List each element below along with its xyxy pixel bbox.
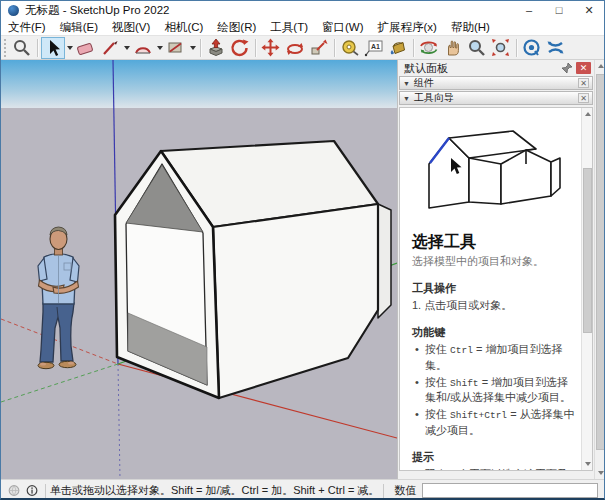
text-tool-button[interactable]: A1: [362, 37, 386, 59]
line-tool-button[interactable]: [98, 37, 122, 59]
toolbar: A1: [1, 36, 604, 60]
select-tool-button[interactable]: [41, 37, 65, 59]
scrollbar-thumb[interactable]: [583, 168, 592, 333]
toolbar-separator: [413, 39, 414, 57]
scroll-up-arrow[interactable]: [595, 60, 605, 72]
panel-close-button[interactable]: ✕: [576, 62, 591, 74]
panel-title: 默认面板: [404, 61, 448, 76]
toolbar-separator: [516, 39, 517, 57]
rectangle-icon: [166, 38, 186, 58]
app-icon: [8, 5, 19, 16]
minimize-button[interactable]: –: [514, 1, 544, 19]
scroll-down-arrow[interactable]: [582, 458, 593, 470]
status-bar: 单击或拖动以选择对象。Shift = 加/减。Ctrl = 加。Shift + …: [1, 479, 604, 500]
pencil-icon: [100, 38, 120, 58]
default-tray-panel: 默认面板 ✕ ▼ 组件 ✕ ▼ 工具向导 ✕: [397, 60, 605, 479]
paint-bucket-icon: [388, 38, 408, 58]
pan-tool-button[interactable]: [441, 37, 465, 59]
extension-warehouse-icon: [522, 38, 542, 58]
menu-extensions[interactable]: 扩展程序(x): [371, 20, 444, 35]
scroll-down-arrow[interactable]: [595, 467, 605, 479]
scale-tool-button[interactable]: [307, 37, 331, 59]
instructor-heading: 选择工具: [412, 232, 575, 253]
rotate-icon: [285, 38, 305, 58]
push-pull-tool-button[interactable]: [204, 37, 228, 59]
section-close-icon[interactable]: ✕: [578, 93, 589, 103]
svg-text:A1: A1: [371, 42, 380, 49]
push-pull-icon: [206, 38, 226, 58]
toolbar-separator: [200, 39, 201, 57]
toolbar-grip[interactable]: [4, 39, 8, 57]
menu-edit[interactable]: 编辑(E): [53, 20, 105, 35]
window-title: 无标题 - SketchUp Pro 2022: [25, 3, 514, 18]
select-tool-dropdown[interactable]: [65, 37, 74, 59]
section-components[interactable]: ▼ 组件 ✕: [399, 76, 593, 90]
menu-window[interactable]: 窗口(W): [315, 20, 371, 35]
pin-icon[interactable]: [561, 62, 573, 74]
share-model-icon: [546, 38, 566, 58]
close-button[interactable]: ✕: [574, 1, 604, 19]
operations-title: 工具操作: [412, 281, 575, 296]
menu-draw[interactable]: 绘图(R): [210, 20, 263, 35]
orbit-tool-button[interactable]: [417, 37, 441, 59]
zoom-tool-button[interactable]: [465, 37, 489, 59]
line-tool-dropdown[interactable]: [122, 37, 131, 59]
magnifier-icon: [12, 38, 32, 58]
instructor-content: 选择工具 选择模型中的项目和对象。 工具操作 1. 点击项目或对象。 功能键 按…: [400, 108, 581, 470]
measurements-input[interactable]: [422, 483, 598, 498]
toolbar-separator: [37, 39, 38, 57]
menu-file[interactable]: 文件(F): [1, 20, 53, 35]
eraser-icon: [76, 38, 96, 58]
instructor-panel: 选择工具 选择模型中的项目和对象。 工具操作 1. 点击项目或对象。 功能键 按…: [399, 107, 593, 471]
panel-scrollbar[interactable]: [594, 60, 605, 479]
menu-help[interactable]: 帮助(H): [444, 20, 497, 35]
menu-view[interactable]: 视图(V): [105, 20, 157, 35]
tips-list: 双击一个平面以选定该平面及其所有边线。 双击一条边线以选定该边线及与其共享的平面…: [412, 467, 575, 470]
status-separator: [45, 484, 46, 498]
scrollbar-thumb[interactable]: [596, 74, 605, 450]
section-instructor[interactable]: ▼ 工具向导 ✕: [399, 91, 593, 105]
instructor-subtitle: 选择模型中的项目和对象。: [412, 254, 575, 269]
section-close-icon[interactable]: ✕: [578, 78, 589, 88]
move-tool-button[interactable]: [259, 37, 283, 59]
rotate-tool-button[interactable]: [283, 37, 307, 59]
text-label-icon: A1: [364, 38, 384, 58]
status-separator: [383, 484, 384, 498]
modifier-keys-list: 按住 Ctrl = 增加项目到选择集。 按住 Shift = 增加项目到选择集和…: [412, 342, 575, 438]
credits-info-icon[interactable]: [26, 483, 38, 498]
follow-me-icon: [230, 38, 250, 58]
rectangle-tool-button[interactable]: [164, 37, 188, 59]
scale-icon: [309, 38, 329, 58]
menu-camera[interactable]: 相机(C): [157, 20, 210, 35]
extension-warehouse-button[interactable]: [520, 37, 544, 59]
section-label: 组件: [414, 76, 434, 90]
instructor-scrollbar[interactable]: [581, 108, 592, 470]
instructor-house-illustration: [415, 114, 573, 226]
scroll-up-arrow[interactable]: [582, 108, 593, 120]
measurements-label: 数值: [394, 483, 416, 498]
menu-tools[interactable]: 工具(T): [263, 20, 315, 35]
toolbar-separator: [255, 39, 256, 57]
toolbar-separator: [334, 39, 335, 57]
list-item: 双击一个平面以选定该平面及其所有边线。: [412, 467, 575, 470]
pan-hand-icon: [443, 38, 463, 58]
tape-measure-icon: [340, 38, 360, 58]
select-arrow-icon: [43, 38, 63, 58]
section-label: 工具向导: [414, 91, 454, 105]
paint-bucket-tool-button[interactable]: [386, 37, 410, 59]
title-bar: 无标题 - SketchUp Pro 2022 – □ ✕: [1, 1, 604, 19]
tape-measure-tool-button[interactable]: [338, 37, 362, 59]
zoom-window-tool-button[interactable]: [10, 37, 34, 59]
maximize-button[interactable]: □: [544, 1, 574, 19]
list-item: 按住 Ctrl = 增加项目到选择集。: [412, 342, 575, 373]
chevron-down-icon: ▼: [403, 95, 410, 102]
arc-tool-dropdown[interactable]: [155, 37, 164, 59]
zoom-extents-tool-button[interactable]: [489, 37, 513, 59]
rectangle-tool-dropdown[interactable]: [188, 37, 197, 59]
eraser-tool-button[interactable]: [74, 37, 98, 59]
3d-warehouse-share-button[interactable]: [544, 37, 568, 59]
geolocation-icon[interactable]: [8, 483, 20, 498]
drawing-canvas[interactable]: [1, 60, 397, 479]
follow-me-tool-button[interactable]: [228, 37, 252, 59]
arc-tool-button[interactable]: [131, 37, 155, 59]
